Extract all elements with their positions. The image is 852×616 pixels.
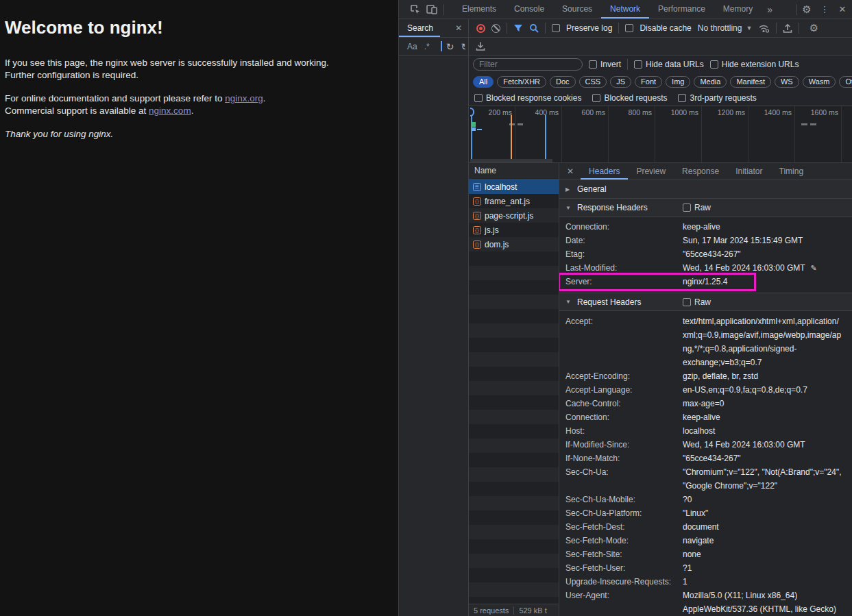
request-headers-title: Request Headers bbox=[577, 297, 641, 307]
record-network-log-icon[interactable] bbox=[476, 24, 485, 33]
requests-count: 5 requests bbox=[469, 606, 513, 615]
device-toolbar-icon[interactable] bbox=[424, 1, 440, 18]
request-row[interactable]: dom.js bbox=[469, 237, 559, 251]
detail-tab[interactable]: Preview bbox=[628, 163, 674, 180]
devtools-tab[interactable]: Performance bbox=[649, 0, 714, 19]
header-row: Cache-Control: max-age=0 bbox=[559, 397, 852, 410]
kebab-menu-icon[interactable]: ⋮ bbox=[816, 1, 833, 18]
match-case-toggle[interactable]: Aa bbox=[407, 42, 417, 51]
resource-type-chip[interactable]: CSS bbox=[579, 76, 607, 88]
request-row[interactable]: page-script.js bbox=[469, 208, 559, 223]
blocked-filter-checkbox[interactable] bbox=[474, 94, 483, 102]
detail-tab[interactable]: Headers bbox=[581, 163, 628, 180]
blocked-filter-checkbox[interactable] bbox=[592, 94, 600, 102]
request-headers-section-header[interactable]: ▼ Request Headers Raw bbox=[559, 293, 852, 311]
preserve-log-checkbox[interactable] bbox=[552, 24, 560, 32]
main-tabs: ElementsConsoleSourcesNetworkPerformance… bbox=[453, 0, 762, 19]
screen: Welcome to nginx! If you see this page, … bbox=[0, 0, 852, 616]
more-tabs-chevron[interactable]: » bbox=[762, 4, 778, 15]
disable-cache-checkbox[interactable] bbox=[625, 24, 633, 32]
blocked-filter-checkbox[interactable] bbox=[678, 94, 686, 102]
devtools-tab[interactable]: Console bbox=[505, 0, 553, 19]
refresh-search-icon[interactable]: ↻ bbox=[446, 41, 454, 52]
network-settings-gear-icon[interactable]: ⚙ bbox=[805, 20, 822, 36]
invert-label: Invert bbox=[600, 60, 621, 69]
server-header-row: Server: nginx/1.25.4 bbox=[559, 275, 852, 288]
hide-extension-urls-checkbox[interactable] bbox=[710, 60, 718, 69]
search-tab[interactable]: Search bbox=[399, 19, 440, 37]
hide-extension-urls-label: Hide extension URLs bbox=[722, 60, 799, 69]
header-name: Date: bbox=[565, 234, 683, 247]
header-row: Host: localhost bbox=[559, 424, 852, 438]
resource-type-chip[interactable]: All bbox=[473, 76, 494, 88]
devtools-tab[interactable]: Elements bbox=[453, 0, 505, 19]
nginx-org-link[interactable]: nginx.org bbox=[225, 93, 263, 103]
search-network-icon[interactable] bbox=[529, 23, 539, 33]
blocked-filters-row: Blocked response cookies Blocked request… bbox=[469, 90, 852, 106]
inspect-element-icon[interactable] bbox=[407, 1, 424, 18]
regex-toggle[interactable]: .* bbox=[424, 42, 430, 51]
resource-type-chip[interactable]: Img bbox=[666, 76, 690, 88]
network-overview-timeline[interactable]: 200 ms400 ms600 ms800 ms1000 ms1200 ms14… bbox=[469, 106, 852, 163]
detail-tab[interactable]: Response bbox=[674, 163, 727, 180]
waterfall-bar bbox=[472, 127, 476, 131]
detail-tab[interactable]: Initiator bbox=[727, 163, 770, 180]
devtools-tab[interactable]: Network bbox=[601, 0, 649, 19]
general-section-title: General bbox=[577, 184, 607, 194]
request-name: page-script.js bbox=[485, 211, 533, 221]
response-headers-section-header[interactable]: ▼ Response Headers Raw bbox=[559, 199, 852, 217]
network-conditions-icon[interactable] bbox=[758, 23, 770, 33]
resource-type-chip[interactable]: Media bbox=[694, 76, 727, 88]
header-name: Server: bbox=[565, 275, 683, 288]
throttling-dropdown[interactable]: No throttling ▼ bbox=[698, 23, 753, 33]
support-text-2: . bbox=[263, 93, 266, 103]
header-row: Last-Modified: Wed, 14 Feb 2024 16:03:00… bbox=[559, 261, 852, 275]
network-filter-input[interactable] bbox=[473, 58, 583, 71]
close-devtools-icon[interactable]: ✕ bbox=[834, 1, 851, 18]
export-har-icon[interactable] bbox=[783, 23, 792, 34]
request-row[interactable]: js.js bbox=[469, 223, 559, 237]
clear-network-log-icon[interactable] bbox=[491, 24, 500, 33]
headers-content: ▶ General ▼ Response Headers Raw bbox=[559, 180, 852, 616]
detail-tab[interactable]: Timing bbox=[771, 163, 812, 180]
hide-data-urls-checkbox[interactable] bbox=[634, 60, 642, 69]
preserve-log-label: Preserve log bbox=[566, 23, 612, 33]
header-value: "65cce434-267" bbox=[683, 247, 852, 261]
network-panel: Preserve log Disable cache No throttling… bbox=[469, 19, 852, 616]
header-name: Sec-Fetch-Dest: bbox=[565, 520, 683, 534]
invert-checkbox[interactable] bbox=[589, 60, 597, 69]
devtools-tab[interactable]: Sources bbox=[553, 0, 601, 19]
resource-type-filters: AllFetch/XHRDocCSSJSFontImgMediaManifest… bbox=[469, 73, 852, 90]
devtools-tab[interactable]: Memory bbox=[714, 0, 762, 19]
search-tab-close-icon[interactable]: ✕ bbox=[455, 23, 468, 33]
resource-type-chip[interactable]: Fetch/XHR bbox=[497, 76, 546, 88]
request-row[interactable]: localhost bbox=[469, 180, 559, 194]
resource-type-chip[interactable]: Font bbox=[635, 76, 662, 88]
resource-type-chip[interactable]: Manifest bbox=[730, 76, 771, 88]
resource-type-chip[interactable]: Other bbox=[839, 76, 852, 88]
clear-search-icon[interactable]: ↻ bbox=[461, 41, 465, 52]
resource-type-chip[interactable]: JS bbox=[610, 76, 631, 88]
toolbar-divider bbox=[507, 23, 507, 34]
name-column-header[interactable]: Name bbox=[469, 163, 559, 180]
request-row[interactable]: frame_ant.js bbox=[469, 194, 559, 208]
header-row: Accept-Encoding: gzip, deflate, br, zstd bbox=[559, 369, 852, 383]
header-name: If-None-Match: bbox=[565, 452, 683, 465]
edit-header-pencil-icon[interactable]: ✎ bbox=[811, 264, 817, 272]
resource-type-chip[interactable]: Doc bbox=[550, 76, 576, 88]
import-har-icon[interactable] bbox=[476, 41, 485, 51]
transferred-size: 529 kB t bbox=[514, 606, 551, 615]
header-value: text/html,application/xhtml+xml,applicat… bbox=[683, 315, 852, 369]
settings-gear-icon[interactable]: ⚙ bbox=[799, 1, 815, 18]
resource-type-chip[interactable]: WS bbox=[775, 76, 799, 88]
nginx-com-link[interactable]: nginx.com bbox=[149, 106, 191, 116]
general-section-header[interactable]: ▶ General bbox=[559, 180, 852, 199]
waterfall-bar bbox=[810, 123, 816, 125]
response-raw-checkbox[interactable] bbox=[683, 204, 691, 212]
request-raw-checkbox[interactable] bbox=[683, 298, 691, 306]
filter-funnel-icon[interactable] bbox=[513, 24, 523, 33]
network-status-bar: 5 requests 529 kB t bbox=[469, 604, 559, 616]
resource-type-chip[interactable]: Wasm bbox=[803, 76, 836, 88]
close-detail-icon[interactable]: ✕ bbox=[559, 167, 581, 176]
request-name: js.js bbox=[485, 225, 499, 235]
